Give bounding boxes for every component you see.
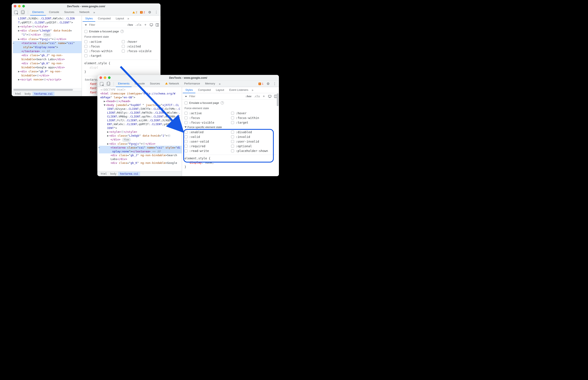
crumb-textarea[interactable]: textarea.csi <box>33 92 54 96</box>
emulate-checkbox[interactable] <box>184 101 188 104</box>
state-hover[interactable]: :hover <box>231 112 276 115</box>
state-focus[interactable]: :focus <box>184 116 230 120</box>
collapsed-icon[interactable] <box>167 134 171 137</box>
crumb-body[interactable]: body <box>23 92 33 96</box>
settings-gear-icon[interactable]: ⚙ <box>147 10 152 14</box>
issues-badge[interactable]: !2 <box>139 11 146 14</box>
flex-badge[interactable]: flex <box>122 138 131 142</box>
toggle-hov[interactable]: :hov <box>245 95 252 98</box>
state-focus-within[interactable]: :focus-within <box>84 49 121 53</box>
kebab-menu-icon[interactable]: ⋮ <box>153 10 159 14</box>
state-enabled[interactable]: :enabled <box>184 131 230 134</box>
tab-layout[interactable]: Layout <box>213 87 227 93</box>
collapsed-icon[interactable] <box>43 78 46 81</box>
tab-styles[interactable]: Styles <box>83 16 95 22</box>
rendering-panel-icon[interactable] <box>155 22 160 27</box>
tab-sources[interactable]: Sources <box>62 9 76 16</box>
state-valid[interactable]: :valid <box>184 135 230 138</box>
tab-sources[interactable]: Sources <box>148 81 162 87</box>
crumb-html[interactable]: html <box>13 92 23 96</box>
more-side-tabs-icon[interactable]: » <box>126 17 130 20</box>
state-user-invalid[interactable]: :user-invalid <box>231 140 276 143</box>
state-hover[interactable]: :hover <box>122 40 158 43</box>
inspect-icon[interactable] <box>99 82 105 86</box>
rule-element-style[interactable]: element.style { display: none; } <box>184 155 276 169</box>
state-visited[interactable]: :visited <box>122 45 158 48</box>
collapsed-icon[interactable] <box>143 142 145 145</box>
state-user-valid[interactable]: :user-valid <box>184 140 230 143</box>
force-specific-state-toggle[interactable]: Force specific element state <box>184 126 276 129</box>
rule-element-style[interactable]: element.style { displ } <box>84 59 158 74</box>
close-icon[interactable] <box>100 76 102 79</box>
gutter-ellipsis-icon[interactable]: ⋯ <box>13 41 15 45</box>
crumb-textarea[interactable]: textarea.csi <box>118 172 140 176</box>
state-read-write[interactable]: :read-write <box>184 149 230 152</box>
device-toggle-icon[interactable] <box>20 11 26 14</box>
state-focus-within[interactable]: :focus-within <box>231 116 276 120</box>
state-optional[interactable]: :optional <box>231 144 276 148</box>
tab-network[interactable]: Network <box>163 81 181 87</box>
tab-console[interactable]: Console <box>132 81 147 87</box>
horizontal-scrollbar[interactable] <box>12 88 82 91</box>
dom-tree[interactable]: LIENT;JL9QDc:.CLIENT;kWlxhc:.CLIEN T;qGM… <box>12 16 82 88</box>
state-focus-visible[interactable]: :focus-visible <box>184 121 230 124</box>
device-toggle-icon[interactable] <box>106 82 111 86</box>
filter-input[interactable] <box>189 95 242 98</box>
kebab-menu-icon[interactable]: ⋮ <box>272 82 278 86</box>
crumb-html[interactable]: html <box>99 172 109 176</box>
selected-node[interactable]: <textarea class="csi" name="csi" style="… <box>99 146 182 150</box>
new-style-rule-icon[interactable]: ＋ <box>143 22 148 27</box>
help-icon[interactable]: ? <box>121 30 124 33</box>
traffic-lights[interactable] <box>14 5 25 7</box>
tab-console[interactable]: Console <box>47 9 61 16</box>
minimize-icon[interactable] <box>104 76 106 79</box>
collapsed-icon[interactable] <box>121 131 124 133</box>
state-target[interactable]: :target <box>84 54 121 57</box>
state-placeholder-shown[interactable]: :placeholder-shown <box>231 149 276 152</box>
state-active[interactable]: :active <box>84 40 121 43</box>
tab-memory[interactable]: Memory <box>203 81 217 87</box>
emulate-checkbox[interactable] <box>84 30 87 33</box>
zoom-icon[interactable] <box>108 76 110 79</box>
state-target[interactable]: :target <box>231 121 276 124</box>
tab-styles[interactable]: Styles <box>183 87 195 93</box>
state-active[interactable]: :active <box>184 112 230 115</box>
traffic-lights[interactable] <box>100 76 110 79</box>
tab-computed[interactable]: Computed <box>95 16 113 22</box>
collapsed-icon[interactable] <box>116 100 119 103</box>
crumb-body[interactable]: body <box>109 172 118 176</box>
collapsed-icon[interactable] <box>28 33 31 36</box>
more-tabs-icon[interactable]: » <box>218 82 221 86</box>
tab-layout[interactable]: Layout <box>113 16 126 22</box>
close-icon[interactable] <box>14 5 16 7</box>
toggle-cls[interactable]: .cls <box>253 95 260 98</box>
state-required[interactable]: :required <box>184 144 230 148</box>
tab-performance[interactable]: Performance <box>182 81 202 87</box>
collapsed-icon[interactable] <box>36 74 39 77</box>
tab-elements[interactable]: Elements <box>30 9 46 16</box>
settings-gear-icon[interactable]: ⚙ <box>265 82 271 86</box>
more-side-tabs-icon[interactable]: » <box>251 88 254 92</box>
collapsed-icon[interactable] <box>32 25 35 28</box>
flex-badge[interactable]: flex <box>43 33 52 37</box>
computed-styles-toggle-icon[interactable] <box>267 94 272 99</box>
state-disabled[interactable]: :disabled <box>231 131 276 134</box>
toggle-cls[interactable]: .cls <box>135 23 142 26</box>
minimize-icon[interactable] <box>18 5 21 7</box>
collapsed-icon[interactable] <box>53 38 56 40</box>
filter-input[interactable] <box>89 23 124 27</box>
more-tabs-icon[interactable]: » <box>92 11 96 14</box>
tab-network[interactable]: Network <box>77 9 92 16</box>
tab-event-listeners[interactable]: Event Listeners <box>227 87 251 93</box>
vertical-scrollbar[interactable] <box>277 94 279 176</box>
state-focus-visible[interactable]: :focus-visible <box>122 49 158 53</box>
dom-tree[interactable]: <!DOCTYPE html> <html itemscope itemtype… <box>97 87 182 171</box>
computed-styles-toggle-icon[interactable] <box>149 22 154 27</box>
help-icon[interactable]: ? <box>221 101 224 104</box>
tab-elements[interactable]: Elements <box>116 81 132 87</box>
zoom-icon[interactable] <box>22 5 25 7</box>
state-invalid[interactable]: :invalid <box>231 135 276 138</box>
gutter-ellipsis-icon[interactable]: ⋯ <box>98 146 100 150</box>
warnings-badge[interactable]: 2 <box>131 11 138 14</box>
tab-computed[interactable]: Computed <box>195 87 213 93</box>
